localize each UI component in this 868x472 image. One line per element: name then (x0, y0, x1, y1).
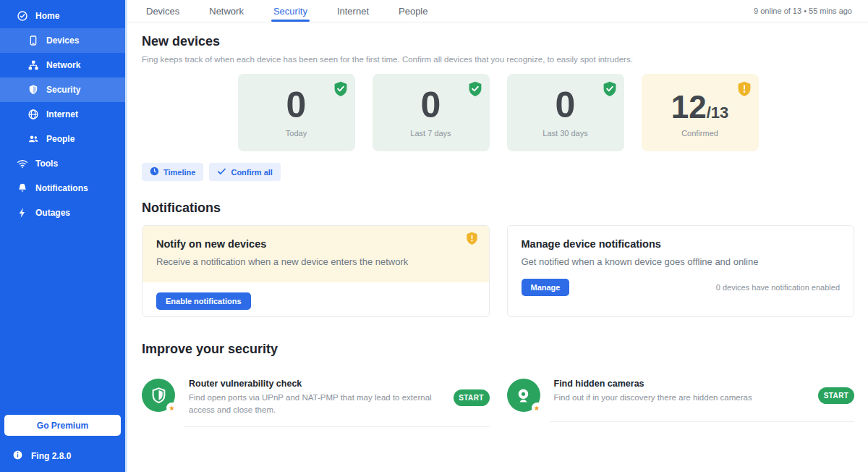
fing-app-window: Home Devices Network Security Internet P… (0, 0, 868, 472)
item-text: Find hidden cameras Find out if in your … (554, 379, 819, 404)
network-status-text: 9 online of 13 • 55 mins ago (754, 7, 852, 15)
notifications-title: Notifications (142, 201, 854, 216)
find-hidden-cameras-item: ★ Find hidden cameras Find out if in you… (507, 379, 855, 412)
tab-people[interactable]: People (399, 0, 427, 22)
router-vulnerability-item: ★ Router vulnerability check Find open p… (142, 379, 490, 417)
stat-card-last-30-days[interactable]: 0 Last 30 days (507, 74, 624, 151)
stat-card-confirmed[interactable]: 12/13 Confirmed (642, 74, 759, 151)
sidebar-item-label: Home (35, 11, 59, 21)
sidebar-item-security[interactable]: Security (0, 77, 125, 102)
sidebar-item-label: Devices (46, 35, 79, 46)
item-description: Find open ports via UPnP and NAT-PMP tha… (189, 392, 443, 417)
new-device-stats: 0 Today 0 Last 7 days 0 Last 30 days 12/… (142, 74, 854, 151)
shield-check-icon (468, 81, 482, 97)
stat-label: Last 30 days (507, 129, 624, 138)
notify-on-new-devices-card: Notify on new devices Receive a notifica… (142, 225, 490, 317)
go-premium-button[interactable]: Go Premium (4, 415, 121, 436)
stat-label: Confirmed (642, 129, 759, 138)
item-description: Find out if in your discovery there are … (554, 392, 809, 404)
confirmed-total: /13 (707, 104, 729, 122)
manage-device-notifications-card: Manage device notifications Get notified… (507, 225, 855, 317)
manage-card-description: Get notified when a known device goes of… (522, 256, 841, 267)
shield-check-icon (603, 81, 617, 97)
sidebar-item-label: Security (46, 85, 80, 95)
new-devices-description: Fing keeps track of when each device has… (142, 55, 854, 64)
version-row: Fing 2.8.0 (4, 436, 121, 463)
tab-network[interactable]: Network (209, 0, 244, 22)
item-title: Find hidden cameras (554, 379, 809, 389)
security-tools-list: ★ Router vulnerability check Find open p… (142, 379, 854, 427)
list-divider (550, 421, 855, 422)
stat-card-today[interactable]: 0 Today (238, 74, 355, 151)
tab-devices[interactable]: Devices (146, 0, 179, 22)
shield-check-icon (333, 81, 348, 97)
people-icon (27, 133, 39, 145)
bolt-icon (17, 207, 28, 219)
sidebar-item-outages[interactable]: Outages (0, 201, 125, 225)
sidebar-item-label: Internet (46, 109, 78, 119)
tabs: Devices Network Security Internet People (146, 0, 427, 22)
stat-label: Today (238, 129, 355, 138)
notification-enabled-count: 0 devices have notification enabled (716, 283, 840, 292)
sidebar-item-notifications[interactable]: Notifications (0, 176, 125, 201)
sidebar-item-network[interactable]: Network (0, 53, 125, 77)
manage-card-footer: Manage 0 devices have notification enabl… (522, 279, 841, 296)
timeline-button-label: Timeline (163, 168, 195, 177)
sidebar-item-label: Outages (35, 208, 70, 218)
tab-internet[interactable]: Internet (337, 0, 369, 22)
shield-warning-icon (737, 81, 752, 97)
item-title: Router vulnerability check (189, 379, 443, 389)
notify-card-title: Notify on new devices (156, 238, 460, 250)
shield-warning-icon (466, 232, 478, 245)
new-devices-actions: Timeline Confirm all (142, 163, 854, 181)
mobile-device-icon (27, 35, 39, 46)
stat-card-last-7-days[interactable]: 0 Last 7 days (373, 74, 490, 151)
network-nodes-icon (27, 59, 39, 71)
top-tab-bar: Devices Network Security Internet People… (127, 0, 868, 22)
sidebar-bottom: Go Premium Fing 2.8.0 (0, 415, 125, 472)
sidebar-item-label: Network (46, 60, 80, 70)
sidebar-item-internet[interactable]: Internet (0, 102, 125, 127)
notify-card-footer: Enable notifications (142, 282, 489, 310)
start-camera-scan-button[interactable]: START (818, 387, 854, 404)
security-page-content: New devices Fing keeps track of when eac… (127, 22, 868, 472)
sidebar-item-label: People (46, 134, 75, 144)
confirm-all-button-label: Confirm all (231, 168, 272, 177)
globe-icon (27, 109, 39, 120)
improve-security-title: Improve your security (142, 342, 854, 357)
sidebar-item-people[interactable]: People (0, 127, 125, 151)
sidebar-item-label: Tools (35, 159, 58, 169)
confirm-all-button[interactable]: Confirm all (209, 163, 280, 181)
notify-card-description: Receive a notification when a new device… (156, 256, 460, 267)
sidebar-item-home[interactable]: Home (0, 4, 125, 28)
list-item-column: ★ Find hidden cameras Find out if in you… (507, 379, 855, 422)
check-icon (217, 167, 226, 177)
bell-icon (17, 182, 28, 194)
premium-star-icon: ★ (166, 403, 177, 413)
enable-notifications-button[interactable]: Enable notifications (156, 292, 251, 310)
confirmed-count: 12 (671, 89, 707, 125)
item-text: Router vulnerability check Find open por… (189, 379, 454, 417)
check-circle-icon (17, 10, 28, 22)
start-router-check-button[interactable]: START (454, 389, 490, 406)
sidebar-item-label: Notifications (35, 183, 88, 193)
sidebar: Home Devices Network Security Internet P… (0, 0, 125, 472)
new-devices-title: New devices (142, 34, 854, 49)
list-item-column: ★ Router vulnerability check Find open p… (142, 379, 490, 427)
manage-card-title: Manage device notifications (522, 238, 841, 250)
sidebar-item-devices[interactable]: Devices (0, 28, 125, 53)
shield-scan-icon: ★ (142, 379, 175, 412)
info-icon[interactable] (12, 450, 23, 463)
manage-button[interactable]: Manage (522, 279, 570, 296)
sidebar-item-tools[interactable]: Tools (0, 151, 125, 176)
notify-card-header: Notify on new devices Receive a notifica… (142, 226, 489, 282)
app-version-label: Fing 2.8.0 (31, 451, 71, 461)
tab-security[interactable]: Security (273, 0, 307, 22)
stat-label: Last 7 days (373, 129, 490, 138)
timeline-button[interactable]: Timeline (142, 163, 203, 181)
list-divider (184, 426, 490, 427)
clock-icon (150, 167, 159, 177)
notification-cards: Notify on new devices Receive a notifica… (142, 225, 854, 317)
webcam-icon: ★ (507, 379, 540, 412)
shield-icon (27, 84, 39, 96)
